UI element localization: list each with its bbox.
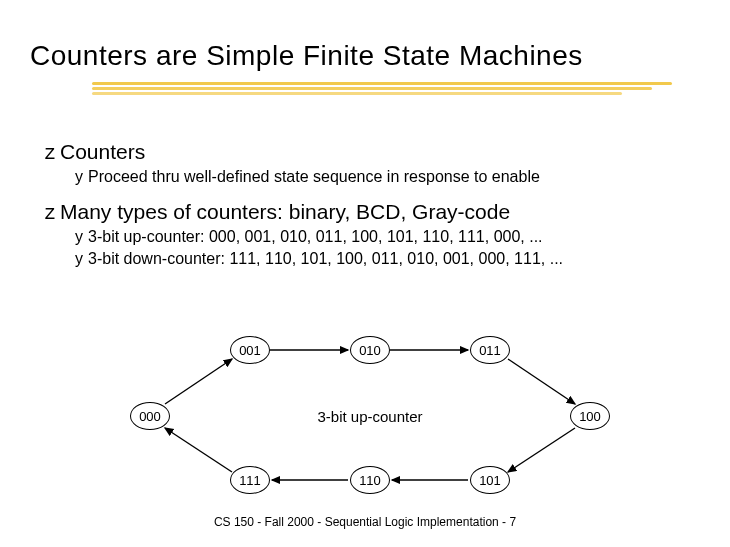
state-node-111: 111 — [230, 466, 270, 494]
state-node-001: 001 — [230, 336, 270, 364]
bullet-glyph-z: z — [40, 140, 60, 164]
bullet-glyph-y: y — [70, 250, 88, 268]
svg-line-7 — [165, 428, 232, 472]
bullet-counters: zCounters — [40, 140, 700, 164]
state-node-101: 101 — [470, 466, 510, 494]
bullet-glyph-y: y — [70, 228, 88, 246]
subbullet-text: 3-bit down-counter: 111, 110, 101, 100, … — [88, 250, 563, 267]
subbullet-proceed: yProceed thru well-defined state sequenc… — [70, 168, 700, 186]
slide-title: Counters are Simple Finite State Machine… — [30, 40, 583, 72]
subbullet-down-counter: y3-bit down-counter: 111, 110, 101, 100,… — [70, 250, 700, 268]
bullet-glyph-z: z — [40, 200, 60, 224]
state-node-000: 000 — [130, 402, 170, 430]
state-node-110: 110 — [350, 466, 390, 494]
subbullet-up-counter: y3-bit up-counter: 000, 001, 010, 011, 1… — [70, 228, 700, 246]
bullet-many-types: zMany types of counters: binary, BCD, Gr… — [40, 200, 700, 224]
state-node-011: 011 — [470, 336, 510, 364]
subbullet-text: Proceed thru well-defined state sequence… — [88, 168, 540, 185]
svg-line-0 — [165, 359, 232, 404]
title-underline — [92, 82, 672, 96]
body: zCounters yProceed thru well-defined sta… — [40, 130, 700, 268]
svg-line-4 — [508, 428, 575, 472]
subbullet-text: 3-bit up-counter: 000, 001, 010, 011, 10… — [88, 228, 543, 245]
state-diagram: 000 001 010 011 100 101 110 111 3-bit up… — [110, 326, 630, 506]
slide-footer: CS 150 - Fall 2000 - Sequential Logic Im… — [0, 515, 730, 529]
svg-line-3 — [508, 359, 575, 404]
state-node-100: 100 — [570, 402, 610, 430]
slide: Counters are Simple Finite State Machine… — [0, 0, 730, 547]
bullet-text: Counters — [60, 140, 145, 163]
bullet-text: Many types of counters: binary, BCD, Gra… — [60, 200, 510, 223]
state-node-010: 010 — [350, 336, 390, 364]
diagram-caption: 3-bit up-counter — [305, 408, 435, 425]
bullet-glyph-y: y — [70, 168, 88, 186]
